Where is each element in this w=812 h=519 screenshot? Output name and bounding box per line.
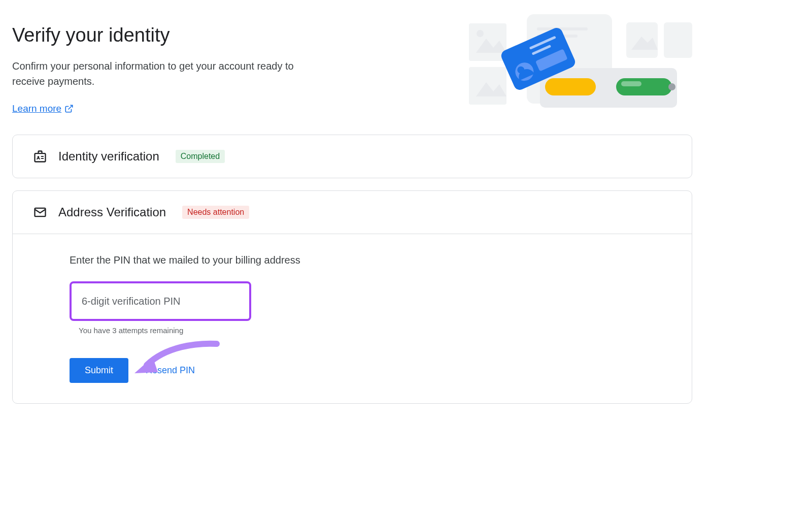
wallet-illustration (469, 12, 692, 114)
pin-instruction: Enter the PIN that we mailed to your bil… (70, 254, 671, 266)
attempts-remaining: You have 3 attempts remaining (79, 326, 671, 335)
address-verification-card: Address Verification Needs attention Ent… (12, 190, 692, 404)
svg-rect-11 (664, 22, 692, 58)
svg-point-24 (38, 156, 40, 158)
page-title: Verify your identity (12, 24, 317, 46)
resend-pin-link[interactable]: Resend PIN (146, 365, 195, 376)
svg-rect-15 (621, 81, 641, 86)
svg-rect-14 (616, 78, 672, 95)
svg-point-3 (477, 30, 484, 37)
identity-card-title: Identity verification (58, 149, 159, 164)
submit-button[interactable]: Submit (70, 358, 128, 383)
svg-point-16 (668, 83, 675, 90)
envelope-icon (33, 205, 47, 219)
learn-more-link[interactable]: Learn more (12, 103, 74, 114)
id-badge-icon (33, 149, 47, 164)
status-badge-completed: Completed (176, 150, 225, 163)
svg-rect-13 (545, 78, 596, 95)
status-badge-attention: Needs attention (182, 206, 249, 219)
page-subtitle: Confirm your personal information to get… (12, 58, 317, 89)
learn-more-label: Learn more (12, 103, 61, 114)
identity-verification-card: Identity verification Completed (12, 135, 692, 178)
svg-line-0 (69, 105, 73, 109)
pin-input[interactable] (70, 281, 251, 321)
svg-rect-7 (537, 27, 588, 30)
address-card-title: Address Verification (58, 205, 166, 219)
external-link-icon (64, 104, 74, 113)
svg-rect-23 (35, 153, 46, 161)
